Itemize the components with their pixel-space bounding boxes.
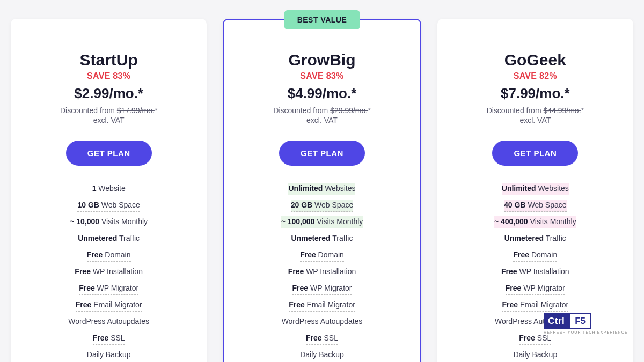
feature-item: Free WP Installation	[453, 264, 617, 280]
feature-item: 10 GB Web Space	[27, 197, 191, 214]
feature-item: Free Domain	[453, 247, 617, 264]
feature-item: Free SSL	[240, 330, 404, 347]
feature-list: Unlimited Websites40 GB Web Space~ 400,0…	[453, 181, 617, 362]
vat-label: excl. VAT	[453, 116, 617, 124]
vat-label: excl. VAT	[27, 116, 191, 124]
feature-list: 1 Website10 GB Web Space~ 10,000 Visits …	[27, 181, 191, 362]
price: $2.99/mo.*	[27, 85, 191, 102]
plan-name: GrowBig	[240, 51, 404, 69]
price: $7.99/mo.*	[453, 85, 617, 102]
feature-item: Unlimited Websites	[453, 181, 617, 197]
feature-item: WordPress Autoupdates	[27, 314, 191, 330]
feature-item: 20 GB Web Space	[240, 197, 404, 214]
price: $4.99/mo.*	[240, 85, 404, 102]
feature-item: ~ 10,000 Visits Monthly	[27, 214, 191, 231]
feature-item: ~ 400,000 Visits Monthly	[453, 214, 617, 231]
plan-name: StartUp	[27, 51, 191, 69]
get-plan-button[interactable]: GET PLAN	[279, 141, 365, 166]
plan-card-startup: StartUpSAVE 83%$2.99/mo.*Discounted from…	[11, 19, 207, 362]
get-plan-button[interactable]: GET PLAN	[492, 141, 578, 166]
best-value-badge: BEST VALUE	[284, 10, 360, 29]
feature-item: Unmetered Traffic	[453, 231, 617, 247]
feature-item: Free SSL	[27, 330, 191, 347]
discount-line: Discounted from $44.99/mo.*	[453, 106, 617, 115]
feature-item: 40 GB Web Space	[453, 197, 617, 214]
feature-item: Free WP Migrator	[453, 280, 617, 297]
watermark-ctrl: Ctrl	[544, 313, 569, 329]
plan-card-gogeek: GoGeekSAVE 82%$7.99/mo.*Discounted from …	[437, 19, 633, 362]
feature-item: Daily Backup	[240, 347, 404, 362]
feature-item: 1 Website	[27, 181, 191, 197]
plan-card-growbig: BEST VALUEGrowBigSAVE 83%$4.99/mo.*Disco…	[223, 19, 421, 362]
feature-item: Unmetered Traffic	[240, 231, 404, 247]
feature-item: Free Domain	[27, 247, 191, 264]
feature-list: Unlimited Websites20 GB Web Space~ 100,0…	[240, 181, 404, 362]
feature-item: Free WP Migrator	[27, 280, 191, 297]
discount-line: Discounted from $17.99/mo.*	[27, 106, 191, 115]
discount-line: Discounted from $29.99/mo.*	[240, 106, 404, 115]
feature-item: Free Email Migrator	[453, 297, 617, 314]
feature-item: Free Email Migrator	[27, 297, 191, 314]
save-label: SAVE 83%	[240, 71, 404, 81]
vat-label: excl. VAT	[240, 116, 404, 124]
save-label: SAVE 83%	[27, 71, 191, 81]
feature-item: Free Domain	[240, 247, 404, 264]
watermark: Ctrl F5 REFRESH YOUR TECH EXPERIENCE	[544, 313, 628, 334]
feature-item: Free Email Migrator	[240, 297, 404, 314]
pricing-grid: StartUpSAVE 83%$2.99/mo.*Discounted from…	[11, 19, 633, 362]
get-plan-button[interactable]: GET PLAN	[66, 141, 152, 166]
plan-name: GoGeek	[453, 51, 617, 69]
feature-item: Unlimited Websites	[240, 181, 404, 197]
feature-item: Unmetered Traffic	[27, 231, 191, 247]
feature-item: Daily Backup	[453, 347, 617, 362]
feature-item: Free WP Installation	[27, 264, 191, 280]
feature-item: WordPress Autoupdates	[240, 314, 404, 330]
watermark-f5: F5	[569, 313, 591, 329]
feature-item: Daily Backup	[27, 347, 191, 362]
feature-item: Free WP Migrator	[240, 280, 404, 297]
feature-item: ~ 100,000 Visits Monthly	[240, 214, 404, 231]
feature-item: Free WP Installation	[240, 264, 404, 280]
watermark-tagline: REFRESH YOUR TECH EXPERIENCE	[544, 330, 628, 334]
save-label: SAVE 82%	[453, 71, 617, 81]
